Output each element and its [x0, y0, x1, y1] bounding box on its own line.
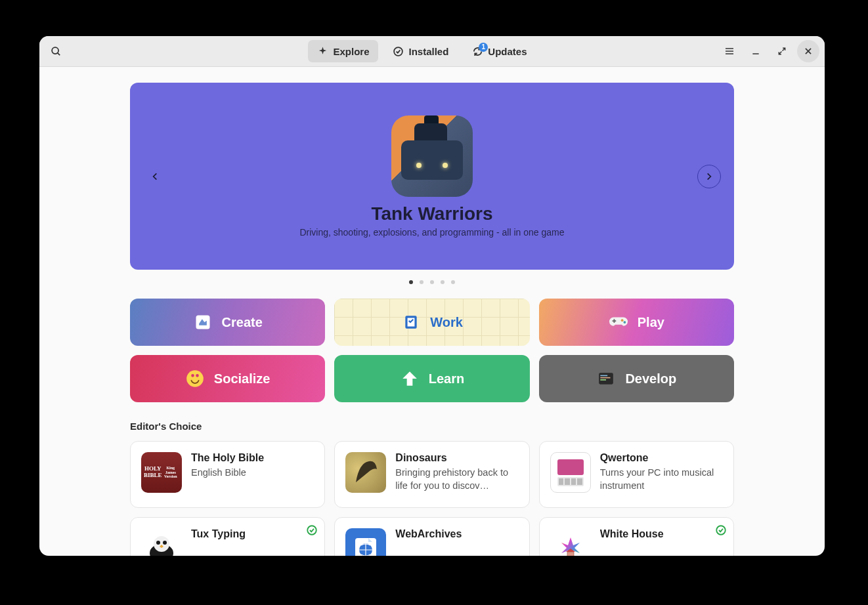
chevron-left-icon — [150, 172, 160, 181]
app-icon — [141, 528, 182, 556]
category-work[interactable]: Work — [334, 299, 529, 346]
app-card[interactable]: Tux Typing — [130, 517, 325, 556]
svg-point-14 — [621, 319, 624, 322]
app-name: The Holy Bible — [191, 452, 314, 464]
installed-check-icon — [306, 524, 318, 536]
content-area[interactable]: Tank Warriors Driving, shooting, explosi… — [39, 67, 825, 556]
category-label: Develop — [625, 371, 676, 386]
svg-rect-20 — [601, 375, 608, 377]
category-label: Create — [222, 315, 263, 330]
banner-next-button[interactable] — [697, 165, 721, 188]
maximize-button[interactable] — [771, 40, 793, 62]
menu-button[interactable] — [718, 40, 741, 62]
software-window: Explore Installed 1 Updates — [39, 36, 825, 556]
explore-icon — [317, 46, 328, 57]
app-description: Turns your PC into musical instrument — [600, 467, 723, 492]
app-icon — [550, 528, 591, 556]
app-name: Dinosaurs — [395, 452, 518, 464]
app-description: English Bible — [191, 467, 314, 480]
category-label: Learn — [429, 371, 464, 386]
svg-rect-21 — [601, 377, 611, 379]
tab-label: Installed — [408, 46, 448, 57]
app-name: WebArchives — [395, 528, 518, 540]
app-icon — [345, 452, 386, 493]
featured-app-subtitle: Driving, shooting, explosions, and progr… — [299, 227, 564, 238]
apps-grid: HOLYBIBLEKing JamesVersion The Holy Bibl… — [130, 441, 734, 556]
create-icon — [193, 312, 213, 332]
svg-line-1 — [57, 52, 60, 55]
app-description: Bringing prehistory back to life for you… — [395, 467, 518, 492]
minimize-button[interactable] — [745, 40, 767, 62]
page-dot[interactable] — [430, 280, 434, 284]
svg-point-18 — [186, 370, 204, 387]
minimize-icon — [750, 46, 761, 56]
search-icon — [51, 46, 62, 57]
svg-point-24 — [154, 536, 169, 552]
category-play[interactable]: Play — [539, 299, 734, 346]
app-name: Tux Typing — [191, 528, 314, 540]
page-dot[interactable] — [441, 280, 445, 284]
category-develop[interactable]: Develop — [539, 355, 734, 402]
app-card[interactable]: WebArchives — [334, 517, 529, 556]
banner-prev-button[interactable] — [143, 165, 167, 188]
category-learn[interactable]: Learn — [334, 355, 529, 402]
category-create[interactable]: Create — [130, 299, 325, 346]
page-dot[interactable] — [409, 280, 413, 284]
featured-app-icon — [391, 115, 473, 197]
work-icon — [401, 312, 421, 332]
svg-rect-30 — [567, 552, 574, 556]
svg-point-25 — [156, 541, 160, 545]
svg-rect-19 — [599, 373, 614, 384]
category-label: Play — [638, 315, 664, 330]
search-button[interactable] — [45, 40, 67, 62]
updates-badge: 1 — [479, 43, 488, 52]
page-dot[interactable] — [451, 280, 455, 284]
category-socialize[interactable]: Socialize — [130, 355, 325, 402]
chevron-right-icon — [705, 172, 714, 181]
installed-check-icon — [715, 524, 727, 536]
tab-updates[interactable]: 1 Updates — [463, 40, 536, 62]
app-card[interactable]: HOLYBIBLEKing JamesVersion The Holy Bibl… — [130, 441, 325, 508]
socialize-icon — [185, 369, 205, 388]
tab-explore[interactable]: Explore — [308, 40, 378, 62]
maximize-icon — [777, 47, 787, 56]
hamburger-icon — [724, 46, 735, 56]
category-label: Work — [430, 315, 463, 330]
svg-point-15 — [623, 321, 626, 323]
app-card[interactable]: Qwertone Turns your PC into musical inst… — [539, 441, 734, 508]
featured-app-title: Tank Warriors — [371, 203, 492, 224]
section-heading: Editor's Choice — [130, 421, 734, 432]
app-card[interactable]: Dinosaurs Bringing prehistory back to li… — [334, 441, 529, 508]
category-label: Socialize — [214, 371, 271, 386]
categories-grid: Create Work Play — [130, 299, 734, 402]
learn-icon — [400, 369, 420, 388]
close-icon — [804, 47, 813, 56]
header-bar: Explore Installed 1 Updates — [39, 36, 825, 67]
svg-point-0 — [52, 47, 58, 54]
featured-banner[interactable]: Tank Warriors Driving, shooting, explosi… — [130, 83, 734, 270]
close-button[interactable] — [797, 40, 819, 62]
page-dot[interactable] — [420, 280, 423, 284]
tab-label: Updates — [488, 46, 527, 57]
develop-icon — [596, 369, 616, 388]
svg-rect-22 — [601, 379, 607, 381]
app-icon: HOLYBIBLEKing JamesVersion — [141, 452, 182, 493]
tab-installed[interactable]: Installed — [383, 40, 458, 62]
play-icon — [609, 312, 628, 332]
installed-icon — [393, 46, 404, 57]
app-name: White House — [600, 528, 723, 540]
app-name: Qwertone — [600, 452, 723, 464]
app-icon — [345, 528, 386, 556]
banner-pagination — [130, 280, 734, 284]
svg-rect-17 — [613, 319, 615, 323]
svg-point-26 — [163, 541, 167, 545]
app-card[interactable]: White House — [539, 517, 734, 556]
app-icon — [550, 452, 591, 493]
tab-label: Explore — [333, 46, 369, 57]
